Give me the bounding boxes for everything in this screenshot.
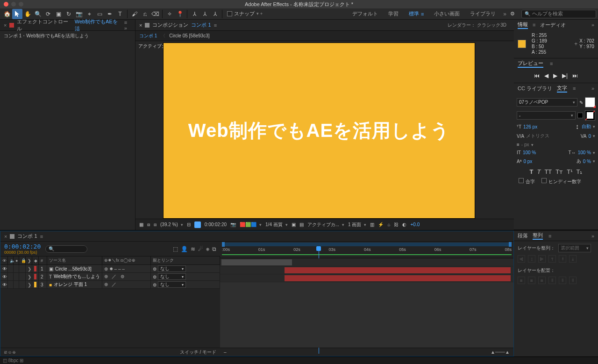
snapshot-icon[interactable]: 📷 bbox=[230, 222, 236, 227]
tab-preview[interactable]: プレビュー bbox=[518, 60, 543, 68]
faux-bold-icon[interactable]: T bbox=[530, 168, 534, 175]
layer-color-icon[interactable] bbox=[34, 274, 36, 279]
layer-row[interactable]: 👁 ❯ 3 ■オレンジ 平面 1 ⊕ ／ ⊚ なし bbox=[0, 281, 220, 289]
font-style-dropdown[interactable]: - bbox=[517, 111, 576, 120]
parent-dropdown[interactable]: なし bbox=[158, 281, 186, 288]
dist-hcenter-icon[interactable]: ⦀ bbox=[559, 277, 566, 284]
effect-panel-tab[interactable]: × エフェクトコントロール Web制作でもAEを活 ≡ » bbox=[0, 20, 135, 31]
parent-pickwhip-icon[interactable]: ⊚ bbox=[153, 266, 157, 271]
align-to-dropdown[interactable]: 選択範囲 bbox=[558, 244, 591, 252]
renderer-row[interactable]: レンダラー： クラシック3D bbox=[448, 22, 510, 29]
subscript-icon[interactable]: T₁ bbox=[577, 168, 583, 175]
timeline-tracks[interactable]: :00s01s02s03s04s05s06s07s08s bbox=[220, 242, 513, 356]
tab-info[interactable]: 情報 bbox=[518, 21, 528, 29]
frame-blend-icon[interactable]: ≋ bbox=[191, 246, 195, 252]
footer-timecode[interactable]: 0:00:02:20 bbox=[205, 222, 227, 227]
brush-tool-icon[interactable]: 🖌 bbox=[129, 9, 140, 19]
axis-view-icon[interactable]: ⅄ bbox=[210, 9, 220, 19]
comp-mini-flow-icon[interactable]: ⬚ bbox=[173, 246, 178, 252]
composition-canvas[interactable]: Web制作でもAEを活用しよう bbox=[164, 43, 475, 218]
zoom-slider-icon[interactable]: ▲───▲ bbox=[491, 350, 510, 355]
close-tab-icon[interactable]: × bbox=[4, 22, 7, 28]
layer-row[interactable]: 👁 ❯ 1 ▣Circle ...58e93c3] ⊕ ✸ – – – ⊚ なし bbox=[0, 265, 220, 273]
puppet-tool-icon[interactable]: 📍 bbox=[175, 9, 185, 19]
track-row[interactable] bbox=[220, 274, 513, 282]
vscale-input[interactable]: 100 % bbox=[523, 150, 536, 155]
panel-overflow-icon[interactable]: » bbox=[591, 22, 594, 28]
graph-editor-icon[interactable]: ⎈ bbox=[206, 246, 209, 252]
font-size-input[interactable]: 126 px bbox=[523, 124, 537, 129]
selection-tool-icon[interactable] bbox=[12, 9, 22, 19]
parent-pickwhip-icon[interactable]: ⊚ bbox=[153, 282, 157, 287]
roi-tool-icon[interactable]: ▣ bbox=[53, 9, 64, 19]
shy-toggle-icon[interactable]: 👤 bbox=[181, 246, 188, 252]
stroke-width-input[interactable]: - px bbox=[521, 142, 529, 147]
draft3d-icon[interactable]: ⧉ bbox=[212, 246, 216, 252]
layer-row[interactable]: 👁 ❯ 2 TWeb制作でも...しよう ⊕ ／ ⊚ ⊚ なし bbox=[0, 273, 220, 281]
tab-cclib[interactable]: CC ライブラリ bbox=[518, 85, 552, 92]
alpha-toggle-icon[interactable]: ▦ bbox=[139, 222, 143, 227]
visibility-icon[interactable]: 👁 bbox=[2, 274, 7, 279]
tsume-input[interactable]: 0 % bbox=[583, 159, 591, 164]
align-top-icon[interactable]: ⫯ bbox=[548, 255, 556, 263]
dist-top-icon[interactable]: ≡ bbox=[518, 277, 525, 284]
crumb-layer[interactable]: Circle 05 [58e93c3] bbox=[169, 33, 209, 38]
close-tab-icon[interactable]: × bbox=[139, 22, 142, 28]
baseline-input[interactable]: 0 px bbox=[523, 159, 532, 164]
panel-overflow-icon[interactable]: » bbox=[591, 86, 594, 91]
view-dropdown[interactable]: 1 画面 bbox=[348, 221, 366, 228]
exposure-reset-icon[interactable]: ◐ bbox=[402, 222, 406, 227]
res-half-icon[interactable]: ⊟ bbox=[187, 222, 191, 227]
layer-color-icon[interactable] bbox=[34, 282, 36, 287]
layer-search-input[interactable]: 🔍 bbox=[45, 245, 87, 253]
tab-paragraph[interactable]: 段落 bbox=[518, 232, 528, 239]
dist-vcenter-icon[interactable]: ≡ bbox=[528, 277, 535, 284]
stroke-swatch-icon[interactable] bbox=[577, 113, 583, 118]
roto-tool-icon[interactable]: ✧ bbox=[164, 9, 175, 19]
comp-title-link[interactable]: コンポ 1 bbox=[191, 21, 211, 29]
switches-mode-toggle[interactable]: スイッチ / モード bbox=[180, 349, 216, 356]
align-left-icon[interactable]: ⫷ bbox=[518, 255, 525, 263]
align-hcenter-icon[interactable]: ⫶ bbox=[528, 255, 535, 263]
kerning-value[interactable]: メトリクス bbox=[526, 133, 549, 139]
rotation-tool-icon[interactable]: ↻ bbox=[64, 9, 74, 19]
toggle-switches-icon[interactable]: ⎚ ⊚ ⊕ bbox=[4, 350, 15, 355]
flowchart-icon[interactable]: ⛓ bbox=[394, 222, 399, 227]
ws-overflow-icon[interactable]: » bbox=[503, 11, 506, 17]
effect-panel-layer-link[interactable]: Web制作でもAEを活 bbox=[75, 18, 121, 32]
smallcaps-icon[interactable]: Tᴛ bbox=[555, 168, 563, 175]
tab-character[interactable]: 文字 bbox=[557, 85, 567, 93]
guide-toggle-icon[interactable]: ⧈ bbox=[147, 222, 150, 228]
eyedropper-icon[interactable]: ✎ bbox=[579, 100, 583, 105]
fast-preview-icon[interactable]: ⚡ bbox=[378, 222, 384, 227]
tracking-input[interactable]: 0 bbox=[588, 134, 591, 139]
channel-dropdown[interactable]: 🟥🟩🟦 bbox=[240, 222, 262, 227]
faux-italic-icon[interactable]: T bbox=[537, 168, 541, 175]
zoom-tool-icon[interactable]: 🔍 bbox=[33, 9, 43, 19]
visibility-icon[interactable]: 👁 bbox=[2, 282, 7, 287]
timeline-zoom-footer[interactable]: – ▲───▲ bbox=[220, 348, 513, 356]
zoom-out-icon[interactable]: – bbox=[224, 350, 227, 355]
ws-settings-icon[interactable]: ⚙ bbox=[507, 9, 518, 19]
play-icon[interactable]: ▶ bbox=[553, 72, 557, 79]
pan-behind-tool-icon[interactable]: ⌖ bbox=[84, 9, 94, 19]
axis-world-icon[interactable]: ⅄ bbox=[199, 9, 210, 19]
axis-local-icon[interactable]: ⅄ bbox=[189, 9, 199, 19]
type-tool-icon[interactable]: T bbox=[115, 9, 125, 19]
motion-blur-icon[interactable]: ☄ bbox=[198, 246, 203, 252]
stroke-color-icon[interactable] bbox=[585, 110, 595, 121]
transparency-icon[interactable]: ▤ bbox=[299, 222, 304, 227]
clone-tool-icon[interactable]: ⎌ bbox=[140, 9, 150, 19]
ws-tab-library[interactable]: ライブラリ bbox=[465, 8, 500, 20]
pixel-aspect-icon[interactable]: ▥ bbox=[370, 222, 374, 227]
ws-tab-standard[interactable]: 標準 bbox=[404, 8, 428, 20]
layer-color-icon[interactable] bbox=[34, 266, 36, 271]
align-vcenter-icon[interactable]: ⫲ bbox=[559, 255, 566, 263]
parent-dropdown[interactable]: なし bbox=[158, 273, 186, 280]
hand-tool-icon[interactable]: ✋ bbox=[22, 9, 33, 19]
last-frame-icon[interactable]: ⏭ bbox=[572, 72, 578, 79]
shape-tool-icon[interactable]: ▭ bbox=[94, 9, 105, 19]
3d-view-icon[interactable]: ⌂ bbox=[387, 222, 390, 227]
prev-frame-icon[interactable]: ◀ bbox=[544, 72, 548, 79]
tab-audio[interactable]: オーディオ bbox=[540, 21, 566, 29]
